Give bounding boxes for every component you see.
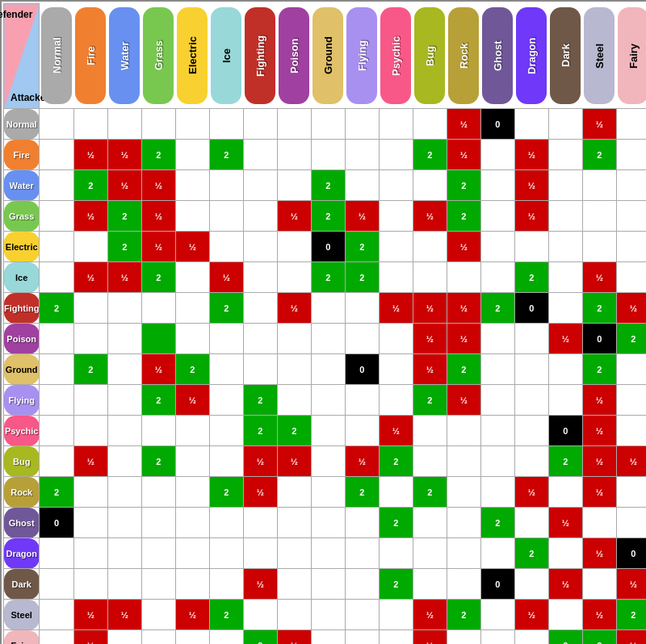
cell-psychic-vs-water [107,416,141,446]
cell-psychic-vs-bug [413,416,447,446]
cell-grass-vs-poison: ½ [277,201,311,232]
cell-bug-vs-fighting: ½ [243,446,277,477]
cell-dark-vs-dragon [514,569,548,600]
cell-fire-vs-dark [548,140,582,170]
attacker-type-normal: Normal [4,109,40,140]
cell-ghost-vs-ice [209,508,243,538]
cell-poison-vs-dragon [514,324,548,354]
cell-grass-vs-grass: ½ [141,201,175,232]
cell-rock-vs-fire [73,477,107,508]
cell-psychic-vs-rock [447,416,480,446]
cell-flying-vs-rock: ½ [447,385,480,416]
defender-type-psychic: Psychic [380,7,411,104]
attacker-type-grass: Grass [4,201,40,232]
cell-ice-vs-dark [548,262,582,293]
cell-rock-vs-dark [548,477,582,508]
cell-ghost-vs-water [107,508,141,538]
defender-type-ice: Ice [211,7,241,104]
cell-dragon-vs-normal [40,538,74,569]
cell-ghost-vs-poison [277,508,311,538]
cell-fire-vs-flying [345,140,379,170]
cell-dragon-vs-bug [413,538,447,569]
cell-ice-vs-ground: 2 [311,262,345,293]
attacker-type-dragon: Dragon [4,538,40,569]
cell-psychic-vs-dark: 0 [548,416,582,446]
cell-flying-vs-ground [311,385,345,416]
cell-dragon-vs-ghost [480,538,514,569]
cell-fire-vs-fire: ½ [73,140,107,170]
cell-normal-vs-normal [40,109,74,140]
cell-fairy-vs-water [107,630,141,645]
cell-steel-vs-bug: ½ [413,600,447,630]
attacker-type-bug: Bug [4,446,40,477]
defender-type-bug: Bug [414,7,445,104]
cell-bug-vs-normal [40,446,74,477]
cell-fire-vs-normal [40,140,74,170]
defender-type-rock: Rock [448,7,479,104]
cell-normal-vs-fighting [243,109,277,140]
cell-normal-vs-psychic [379,109,413,140]
cell-dark-vs-psychic: 2 [379,569,413,600]
cell-grass-vs-dark [548,201,582,232]
cell-rock-vs-normal: 2 [40,477,74,508]
cell-ghost-vs-steel [582,508,616,538]
cell-dark-vs-electric [175,569,209,600]
cell-dark-vs-rock [447,569,480,600]
cell-rock-vs-steel: ½ [582,477,616,508]
cell-fairy-vs-fairy: ½ [616,630,646,645]
cell-steel-vs-flying [345,600,379,630]
cell-grass-vs-ghost [480,201,514,232]
cell-flying-vs-electric: ½ [175,385,209,416]
defender-label: Defender [0,9,32,20]
cell-flying-vs-normal [40,385,74,416]
cell-psychic-vs-ground [311,416,345,446]
cell-ground-vs-water [107,354,141,385]
cell-rock-vs-fairy [616,477,646,508]
cell-bug-vs-dark: 2 [548,446,582,477]
cell-ice-vs-fairy [616,262,646,293]
cell-poison-vs-fighting [243,324,277,354]
cell-fighting-vs-normal: 2 [40,293,74,324]
cell-steel-vs-steel: ½ [582,600,616,630]
cell-psychic-vs-fire [73,416,107,446]
cell-dragon-vs-electric [175,538,209,569]
cell-ice-vs-fire: ½ [73,262,107,293]
cell-steel-vs-poison [277,600,311,630]
cell-grass-vs-rock: 2 [447,201,480,232]
cell-fairy-vs-rock [447,630,480,645]
cell-fighting-vs-psychic: ½ [379,293,413,324]
cell-fairy-vs-ground [311,630,345,645]
cell-fire-vs-bug: 2 [413,140,447,170]
cell-fighting-vs-fire [73,293,107,324]
cell-dragon-vs-ground [311,538,345,569]
cell-dragon-vs-steel: ½ [582,538,616,569]
attacker-type-dark: Dark [4,569,40,600]
attacker-type-fighting: Fighting [4,293,40,324]
cell-poison-vs-bug: ½ [413,324,447,354]
cell-steel-vs-dragon: ½ [514,600,548,630]
cell-flying-vs-bug: 2 [413,385,447,416]
attacker-type-poison: Poison [4,324,40,354]
attacker-type-ghost: Ghost [4,508,40,538]
cell-steel-vs-ground [311,600,345,630]
cell-steel-vs-water: ½ [107,600,141,630]
defender-type-fairy: Fairy [618,7,646,104]
cell-psychic-vs-grass [141,416,175,446]
cell-fairy-vs-steel: 2 [582,630,616,645]
cell-bug-vs-poison: ½ [277,446,311,477]
cell-fighting-vs-dragon: 0 [514,293,548,324]
cell-rock-vs-flying: 2 [345,477,379,508]
cell-fairy-vs-electric [175,630,209,645]
cell-water-vs-dragon: ½ [514,170,548,201]
cell-fighting-vs-bug: ½ [413,293,447,324]
defender-type-electric: Electric [177,7,208,104]
cell-dark-vs-ice [209,569,243,600]
cell-electric-vs-ghost [480,232,514,262]
cell-fairy-vs-fire: ½ [73,630,107,645]
cell-ground-vs-fairy [616,354,646,385]
cell-water-vs-ground: 2 [311,170,345,201]
cell-dragon-vs-fighting [243,538,277,569]
cell-steel-vs-psychic [379,600,413,630]
cell-normal-vs-steel: ½ [582,109,616,140]
cell-psychic-vs-fighting: 2 [243,416,277,446]
